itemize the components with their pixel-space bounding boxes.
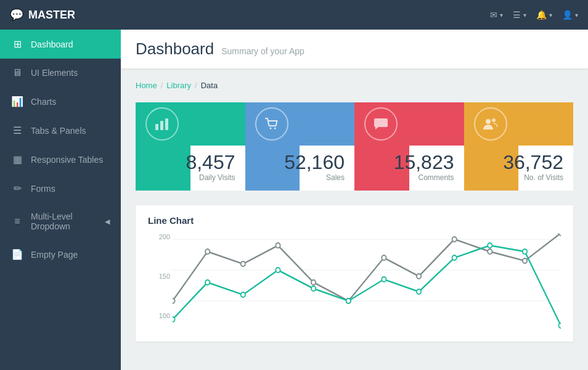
arrow-icon: ◀ bbox=[105, 218, 110, 226]
comments-label: Comments bbox=[418, 173, 454, 182]
sidebar-item-empty-page[interactable]: 📄 Empty Page bbox=[0, 240, 121, 269]
dot-gray bbox=[276, 243, 280, 248]
svg-rect-1 bbox=[160, 121, 163, 130]
menu-chevron-icon: ▾ bbox=[523, 12, 526, 18]
chart-icon: 📊 bbox=[11, 96, 23, 107]
brand-logo: 💬 MASTER bbox=[10, 8, 75, 22]
dot-gray bbox=[205, 249, 210, 254]
menu-nav-button[interactable]: ☰ ▾ bbox=[513, 10, 526, 20]
dot-teal bbox=[452, 255, 457, 260]
dot-gray bbox=[488, 249, 492, 254]
bar-chart-icon bbox=[153, 115, 171, 133]
daily-visits-value: 8,457 bbox=[186, 152, 235, 173]
chart-y-label-200: 200 bbox=[148, 233, 170, 240]
dot-gray bbox=[241, 261, 245, 266]
sidebar-item-forms[interactable]: ✏ Forms bbox=[0, 174, 121, 203]
sidebar-item-label: UI Elements bbox=[31, 68, 110, 78]
content-header: Dashboard Summary of your App bbox=[121, 30, 588, 68]
chart-y-label-150: 150 bbox=[148, 273, 170, 280]
dot-gray bbox=[558, 233, 561, 236]
dot-gray bbox=[173, 298, 175, 303]
svg-point-6 bbox=[492, 118, 496, 122]
sidebar: ▶ ⊞ Dashboard 🖥 UI Elements 📊 Charts ☰ T… bbox=[0, 30, 121, 370]
dot-teal bbox=[276, 268, 280, 273]
dot-gray bbox=[452, 237, 457, 242]
dot-teal bbox=[311, 286, 316, 291]
stat-card-sales: 52,160 Sales bbox=[245, 102, 355, 191]
menu-icon: ☰ bbox=[513, 10, 521, 20]
multilevel-icon: ≡ bbox=[11, 216, 23, 227]
bell-icon: 🔔 bbox=[536, 10, 547, 20]
page-title: Dashboard bbox=[136, 39, 214, 59]
no-of-visits-label: No. of Visits bbox=[524, 173, 563, 182]
chart-section: Line Chart 200 150 100 bbox=[136, 205, 573, 342]
dot-gray bbox=[311, 280, 316, 285]
line-chart-container: 200 150 100 bbox=[148, 233, 561, 332]
chart-svg-wrapper bbox=[173, 233, 561, 332]
top-nav-actions: ✉ ▾ ☰ ▾ 🔔 ▾ 👤 ▾ bbox=[490, 10, 578, 20]
sidebar-item-ui-elements[interactable]: 🖥 UI Elements bbox=[0, 59, 121, 87]
bell-nav-button[interactable]: 🔔 ▾ bbox=[536, 10, 552, 20]
dot-teal bbox=[382, 277, 386, 282]
table-icon: ▦ bbox=[11, 154, 23, 165]
breadcrumb-sep-1: / bbox=[161, 81, 163, 90]
chart-y-label-100: 100 bbox=[148, 312, 170, 319]
dot-teal bbox=[523, 249, 527, 254]
main-layout: ▶ ⊞ Dashboard 🖥 UI Elements 📊 Charts ☰ T… bbox=[0, 30, 588, 370]
content-area: Dashboard Summary of your App Home / Lib… bbox=[121, 30, 588, 370]
dot-teal bbox=[241, 292, 245, 297]
svg-point-3 bbox=[269, 128, 271, 130]
dashboard-icon: ⊞ bbox=[11, 38, 23, 50]
dot-teal bbox=[173, 317, 175, 322]
user-nav-button[interactable]: 👤 ▾ bbox=[562, 10, 578, 20]
sidebar-item-tabs-panels[interactable]: ☰ Tabs & Panels bbox=[0, 116, 121, 145]
top-navbar: 💬 MASTER ✉ ▾ ☰ ▾ 🔔 ▾ 👤 ▾ bbox=[0, 0, 588, 30]
sidebar-item-dashboard[interactable]: ⊞ Dashboard bbox=[0, 30, 121, 59]
sidebar-item-label: Forms bbox=[31, 184, 110, 194]
daily-visits-label: Daily Visits bbox=[199, 173, 235, 182]
page-icon: 📄 bbox=[11, 249, 23, 260]
stat-card-top-blue bbox=[245, 102, 355, 146]
stats-row: 8,457 Daily Visits bbox=[136, 102, 573, 191]
content-body: Home / Library / Data bbox=[121, 68, 588, 354]
chart-title: Line Chart bbox=[148, 215, 561, 226]
tabs-icon: ☰ bbox=[11, 125, 23, 136]
dot-gray bbox=[382, 255, 386, 260]
sales-value: 52,160 bbox=[284, 152, 345, 173]
sidebar-item-label: Dashboard bbox=[31, 39, 110, 49]
svg-rect-2 bbox=[165, 118, 168, 130]
dot-teal bbox=[488, 243, 492, 248]
stat-card-bottom-blue: 52,160 Sales bbox=[245, 146, 355, 191]
monitor-icon: 🖥 bbox=[11, 67, 23, 78]
stat-card-comments: 15,823 Comments bbox=[354, 102, 464, 191]
breadcrumb: Home / Library / Data bbox=[136, 81, 573, 90]
stat-card-daily-visits: 8,457 Daily Visits bbox=[136, 102, 245, 191]
brand-name: MASTER bbox=[28, 9, 75, 22]
breadcrumb-sep-2: / bbox=[195, 81, 197, 90]
user-chevron-icon: ▾ bbox=[575, 12, 578, 18]
sidebar-item-label: Multi-Level Dropdown bbox=[31, 212, 97, 231]
brand-icon: 💬 bbox=[10, 8, 23, 22]
stat-card-no-of-visits: 36,752 No. of Visits bbox=[464, 102, 574, 191]
breadcrumb-current: Data bbox=[201, 81, 218, 90]
sidebar-item-responsive-tables[interactable]: ▦ Responsive Tables bbox=[0, 145, 121, 174]
dot-gray bbox=[417, 274, 421, 279]
breadcrumb-library[interactable]: Library bbox=[166, 81, 191, 90]
comment-icon bbox=[372, 115, 390, 133]
bell-chevron-icon: ▾ bbox=[549, 12, 552, 18]
comments-icon-circle bbox=[364, 107, 398, 141]
email-nav-button[interactable]: ✉ ▾ bbox=[490, 10, 503, 20]
sidebar-item-multi-level[interactable]: ≡ Multi-Level Dropdown ◀ bbox=[0, 203, 121, 240]
dot-teal bbox=[558, 323, 561, 328]
sidebar-item-label: Empty Page bbox=[31, 250, 110, 260]
dot-teal bbox=[417, 289, 421, 294]
sales-label: Sales bbox=[326, 173, 345, 182]
sidebar-item-charts[interactable]: 📊 Charts bbox=[0, 87, 121, 116]
visits-icon-circle bbox=[474, 107, 507, 141]
chart-series-teal bbox=[173, 245, 561, 326]
breadcrumb-home[interactable]: Home bbox=[136, 81, 157, 90]
sidebar-item-label: Charts bbox=[31, 97, 110, 107]
stat-card-bottom-red: 15,823 Comments bbox=[354, 146, 464, 191]
dot-gray bbox=[523, 258, 527, 263]
svg-point-5 bbox=[486, 119, 491, 124]
